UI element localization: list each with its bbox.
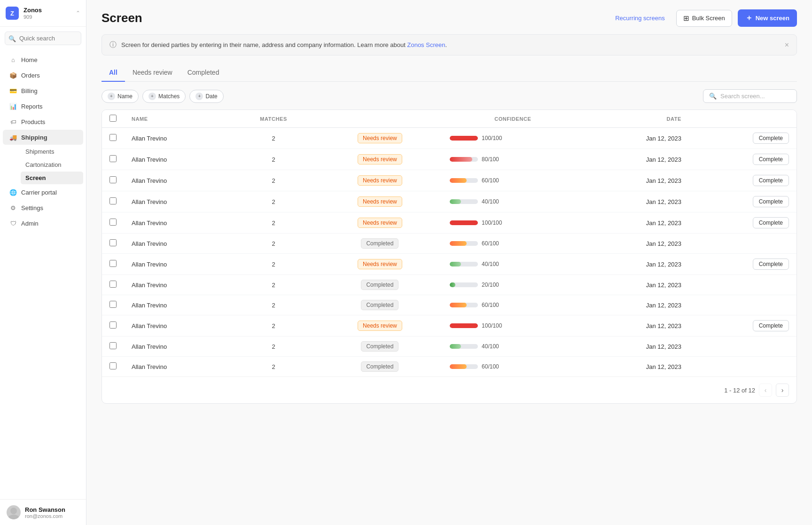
search-screen-icon: 🔍	[709, 93, 717, 100]
row-action	[689, 275, 796, 295]
filter-date-button[interactable]: + Date	[189, 90, 223, 103]
bulk-screen-button[interactable]: ⊞ Bulk Screen	[676, 10, 732, 27]
row-status: Needs review	[318, 315, 442, 337]
row-status: Needs review	[318, 128, 442, 149]
complete-button[interactable]: Complete	[753, 259, 789, 270]
confidence-bar	[450, 323, 478, 328]
row-action	[689, 337, 796, 357]
row-date: Jan 12, 2023	[583, 191, 689, 212]
row-matches: 2	[229, 212, 317, 234]
orders-icon: 📦	[9, 71, 17, 79]
sidebar-item-shipments[interactable]: Shipments	[21, 145, 83, 158]
user-avatar	[7, 505, 21, 519]
row-checkbox[interactable]	[109, 301, 117, 308]
tab-needs-review[interactable]: Needs review	[125, 64, 180, 82]
new-screen-button[interactable]: ＋ New screen	[738, 9, 797, 27]
row-checkbox[interactable]	[109, 197, 117, 204]
complete-button[interactable]: Complete	[753, 175, 789, 186]
row-confidence: 100/100	[442, 128, 583, 149]
pagination-prev-button[interactable]: ‹	[759, 384, 772, 397]
confidence-bar-fill	[450, 157, 472, 162]
confidence-bar-fill	[450, 344, 461, 349]
row-checkbox[interactable]	[109, 155, 117, 162]
sidebar-item-home-label: Home	[21, 56, 38, 63]
row-checkbox[interactable]	[109, 321, 117, 329]
confidence-bar-fill	[450, 262, 461, 266]
table-row: Allan Trevino 2 Completed 60/100 Jan 12,…	[102, 357, 796, 377]
row-checkbox[interactable]	[109, 362, 117, 369]
sidebar-item-carrier-portal[interactable]: 🌐 Carrier portal	[3, 185, 83, 200]
sidebar-item-screen[interactable]: Screen	[21, 172, 83, 184]
confidence-label: 60/100	[482, 363, 499, 370]
recurring-screens-button[interactable]: Recurring screens	[609, 11, 671, 25]
table-row: Allan Trevino 2 Needs review 40/100 Jan …	[102, 254, 796, 275]
row-date: Jan 12, 2023	[583, 234, 689, 254]
complete-button[interactable]: Complete	[753, 133, 789, 144]
sidebar-item-reports[interactable]: 📊 Reports	[3, 99, 83, 114]
row-action	[689, 357, 796, 377]
table-row: Allan Trevino 2 Completed 20/100 Jan 12,…	[102, 275, 796, 295]
sidebar-item-settings[interactable]: ⚙ Settings	[3, 200, 83, 215]
header-action	[689, 110, 796, 128]
complete-button[interactable]: Complete	[753, 196, 789, 207]
org-info: Zonos 909	[23, 7, 71, 20]
sidebar-item-home[interactable]: ⌂ Home	[3, 52, 83, 67]
banner-close-button[interactable]: ×	[785, 41, 789, 49]
main-content: Screen Recurring screens ⊞ Bulk Screen ＋…	[86, 0, 812, 525]
complete-button[interactable]: Complete	[753, 154, 789, 165]
sidebar-item-cartonization[interactable]: Cartonization	[21, 158, 83, 171]
row-confidence: 80/100	[442, 149, 583, 170]
tab-completed[interactable]: Completed	[180, 64, 227, 82]
sidebar-item-shipping[interactable]: 🚚 Shipping	[3, 130, 83, 145]
status-badge: Needs review	[358, 196, 402, 207]
confidence-label: 100/100	[482, 135, 502, 141]
header-date: Date	[583, 110, 689, 128]
svg-point-0	[10, 508, 17, 514]
sidebar-item-admin-label: Admin	[21, 220, 39, 227]
sidebar-item-carrier-portal-label: Carrier portal	[21, 189, 57, 196]
sidebar: Z Zonos 909 ⌃ 🔍 ⌂ Home 📦 Orders 💳 Billin…	[0, 0, 86, 525]
table-row: Allan Trevino 2 Needs review 60/100 Jan …	[102, 170, 796, 191]
row-name: Allan Trevino	[124, 191, 229, 212]
select-all-checkbox[interactable]	[109, 115, 117, 122]
search-screen-input[interactable]: 🔍 Search screen...	[703, 89, 797, 103]
row-action: Complete	[689, 170, 796, 191]
sidebar-item-shipping-label: Shipping	[21, 134, 47, 141]
row-checkbox[interactable]	[109, 176, 117, 183]
row-matches: 2	[229, 337, 317, 357]
filter-name-button[interactable]: + Name	[102, 90, 139, 103]
complete-button[interactable]: Complete	[753, 217, 789, 228]
quick-search-input[interactable]	[5, 31, 81, 45]
row-checkbox[interactable]	[109, 260, 117, 267]
tab-all[interactable]: All	[102, 64, 125, 82]
row-matches: 2	[229, 191, 317, 212]
row-date: Jan 12, 2023	[583, 212, 689, 234]
row-checkbox[interactable]	[109, 239, 117, 246]
status-badge: Needs review	[358, 154, 402, 165]
row-status: Completed	[318, 337, 442, 357]
table-row: Allan Trevino 2 Needs review 100/100 Jan…	[102, 212, 796, 234]
row-confidence: 60/100	[442, 295, 583, 315]
row-checkbox-cell	[102, 254, 124, 275]
confidence-bar	[450, 157, 478, 162]
search-screen-placeholder: Search screen...	[720, 93, 765, 100]
row-checkbox[interactable]	[109, 342, 117, 349]
org-chevron-icon[interactable]: ⌃	[76, 10, 80, 16]
sidebar-item-products[interactable]: 🏷 Products	[3, 114, 83, 129]
banner-link[interactable]: Zonos Screen	[407, 41, 445, 48]
sidebar-item-admin[interactable]: 🛡 Admin	[3, 216, 83, 231]
pagination-next-button[interactable]: ›	[776, 384, 789, 397]
shipping-submenu: Shipments Cartonization Screen	[0, 145, 86, 184]
row-name: Allan Trevino	[124, 295, 229, 315]
info-banner: ⓘ Screen for denied parties by entering …	[102, 34, 797, 55]
confidence-label: 100/100	[482, 219, 502, 226]
complete-button[interactable]: Complete	[753, 320, 789, 331]
row-checkbox-cell	[102, 357, 124, 377]
filter-matches-button[interactable]: + Matches	[142, 90, 186, 103]
sidebar-item-orders[interactable]: 📦 Orders	[3, 68, 83, 83]
row-checkbox[interactable]	[109, 281, 117, 288]
sidebar-item-billing[interactable]: 💳 Billing	[3, 83, 83, 98]
bulk-icon: ⊞	[683, 14, 689, 23]
row-checkbox[interactable]	[109, 134, 117, 141]
row-checkbox[interactable]	[109, 219, 117, 226]
